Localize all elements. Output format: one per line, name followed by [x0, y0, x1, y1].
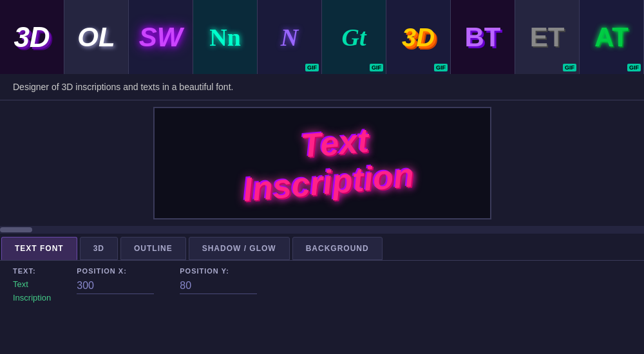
horizontal-scrollbar[interactable] [0, 226, 644, 234]
text-value-line1: Text [13, 278, 51, 292]
position-y-control-group: POSITION Y: [180, 267, 257, 294]
gallery-label-3d: 3D [14, 23, 50, 51]
text-control-group: TEXT: Text Inscription [13, 267, 51, 305]
description-bar: Designer of 3D inscriptions and texts in… [0, 74, 644, 100]
gif-badge-ni: GIF [305, 64, 319, 71]
text-label: TEXT: [13, 267, 51, 275]
gallery-label-3dgif: 3D [402, 24, 435, 50]
gallery-item-nn[interactable]: Nn [193, 0, 258, 74]
gallery-item-et[interactable]: ET GIF [515, 0, 580, 74]
description-text: Designer of 3D inscriptions and texts in… [13, 82, 233, 92]
gallery-label-sw: SW [139, 24, 183, 51]
canvas-area: Text Inscription [153, 107, 491, 219]
position-x-control-group: POSITION X: [77, 267, 154, 294]
canvas-container: Text Inscription [0, 100, 644, 226]
gif-badge-et: GIF [563, 64, 576, 71]
gif-badge-at: GIF [627, 64, 641, 71]
gallery-label-ol: OL [77, 24, 115, 51]
gallery-item-bt[interactable]: BT [451, 0, 515, 74]
inscription-display: Text Inscription [236, 125, 408, 202]
tab-shadow-glow[interactable]: SHADOW / GLOW [189, 237, 290, 260]
gif-badge-gt: GIF [370, 64, 383, 71]
gallery-label-bt: BT [465, 24, 501, 51]
gallery-item-gt[interactable]: Gt GIF [322, 0, 386, 74]
gallery-label-et: ET [530, 24, 565, 51]
scrollbar-thumb[interactable] [0, 227, 32, 232]
gallery-item-at[interactable]: AT GIF [580, 0, 644, 74]
position-x-input[interactable] [77, 278, 154, 294]
tab-outline[interactable]: OUTLINE [120, 237, 186, 260]
position-y-label: POSITION Y: [180, 267, 257, 275]
gallery-item-3d[interactable]: 3D [0, 0, 64, 74]
gallery-item-sw[interactable]: SW [129, 0, 193, 74]
tab-background[interactable]: BACKGROUND [292, 237, 383, 260]
text-value-line2: Inscription [13, 292, 51, 305]
gallery-item-ni[interactable]: N GIF [258, 0, 322, 74]
tab-3d[interactable]: 3D [80, 237, 118, 260]
text-value: Text Inscription [13, 278, 51, 305]
gallery-item-3dgif[interactable]: 3D GIF [386, 0, 451, 74]
tabs-container: TEXT FONT 3D OUTLINE SHADOW / GLOW BACKG… [0, 234, 644, 261]
gallery-label-nn: Nn [209, 25, 241, 50]
position-x-label: POSITION X: [77, 267, 154, 275]
gallery-label-at: AT [594, 24, 629, 51]
controls-area: TEXT: Text Inscription POSITION X: POSIT… [0, 261, 644, 312]
gallery-item-ol[interactable]: OL [64, 0, 129, 74]
tab-text-font[interactable]: TEXT FONT [1, 237, 77, 260]
position-y-input[interactable] [180, 278, 257, 294]
gallery-label-gt: Gt [342, 25, 366, 50]
gallery-strip: 3D OL SW Nn N GIF Gt GIF 3D GIF BT ET GI… [0, 0, 644, 74]
gallery-label-ni: N [281, 25, 298, 50]
gif-badge-3dgif: GIF [434, 64, 448, 71]
